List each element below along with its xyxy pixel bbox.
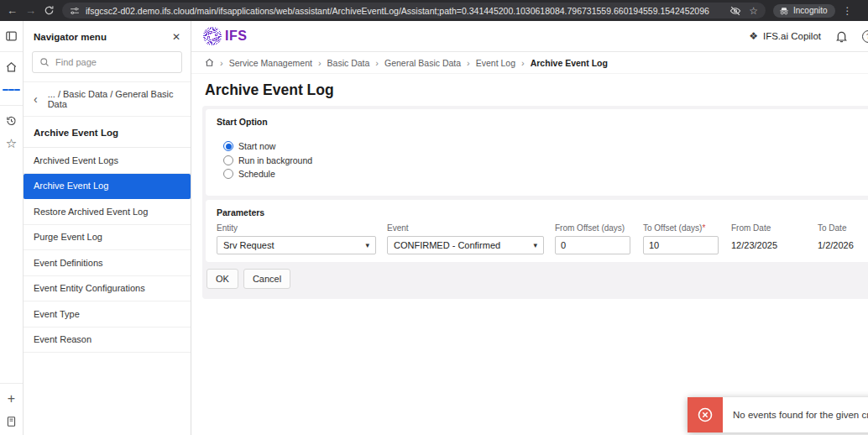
entity-label: Entity (217, 223, 376, 233)
breadcrumb-home-icon[interactable] (205, 58, 214, 67)
error-toast: No events found for the given criteria. … (688, 397, 868, 432)
breadcrumb-separator-icon: › (220, 58, 223, 68)
sidebar-item-label: Archive Event Log (34, 181, 108, 191)
home-icon[interactable] (3, 58, 21, 76)
copilot-button[interactable]: ❖ IFS.ai Copilot (749, 30, 821, 42)
breadcrumb-item[interactable]: Service Management (229, 58, 312, 68)
site-settings-icon[interactable] (70, 6, 80, 16)
chevron-left-icon: ‹ (34, 93, 38, 105)
breadcrumb-separator-icon: › (318, 58, 322, 68)
navigator-close-icon[interactable]: ✕ (172, 31, 180, 43)
entity-select[interactable]: Srv Request ▾ (217, 236, 376, 254)
incognito-icon (779, 6, 789, 16)
navigator-back-row[interactable]: ‹ ... / Basic Data / General Basic Data (24, 81, 191, 117)
rail-divider (0, 383, 23, 384)
from-offset-label: From Offset (days) (555, 223, 630, 233)
breadcrumb-item[interactable]: General Basic Data (384, 58, 461, 68)
chevron-down-icon: ▾ (533, 241, 537, 249)
radio-run-in-background[interactable]: Run in background (223, 155, 868, 165)
toast-accent (688, 397, 723, 432)
start-option-title: Start Option (206, 109, 868, 127)
notifications-bell-icon[interactable] (835, 30, 848, 43)
sidebar-item-label: Event Entity Configurations (34, 283, 145, 293)
copilot-label: IFS.ai Copilot (763, 31, 821, 41)
sidebar-item-archive-event-log[interactable]: Archive Event Log (24, 174, 191, 200)
from-date-label: From Date (731, 223, 812, 233)
sidebar-item-event-type[interactable]: Event Type (24, 301, 191, 328)
navigator-menu-icon[interactable] (3, 81, 21, 99)
url-bar[interactable]: ifsgcsc2-d02.demo.ifs.cloud/main/ifsappl… (62, 3, 766, 18)
rail-divider (0, 51, 23, 52)
breadcrumb-separator-icon: › (521, 58, 525, 68)
page-title: Archive Event Log (191, 74, 868, 106)
sidebar-item-archived-event-logs[interactable]: Archived Event Logs (24, 148, 191, 174)
browser-toolbar: ← → ifsgcsc2-d02.demo.ifs.cloud/main/ifs… (0, 0, 868, 21)
history-icon[interactable] (3, 112, 21, 130)
breadcrumb: › Service Management › Basic Data › Gene… (191, 52, 868, 74)
add-icon[interactable]: + (3, 390, 21, 408)
radio-schedule[interactable]: Schedule (223, 169, 868, 179)
breadcrumb-item[interactable]: Basic Data (327, 58, 370, 68)
browser-menu-icon[interactable]: ⋮ (843, 6, 853, 16)
ifs-logo[interactable]: IFS (203, 27, 247, 45)
breadcrumb-item[interactable]: Event Log (476, 58, 515, 68)
from-date-value: 12/23/2025 (731, 236, 812, 250)
assistant-content: Start Option Start now Run in background… (202, 106, 868, 299)
radio-start-now[interactable]: Start now (223, 141, 868, 151)
required-mark: * (702, 223, 705, 233)
to-offset-label: To Offset (days) (643, 223, 702, 233)
bookmark-star-icon[interactable]: ☆ (749, 6, 758, 16)
breadcrumb-separator-icon: › (467, 58, 470, 68)
incognito-label: Incognito (793, 6, 828, 15)
browser-back-icon[interactable]: ← (7, 5, 18, 16)
toggle-sidebar-icon[interactable] (3, 27, 21, 45)
sidebar-item-restore-archived-event-log[interactable]: Restore Archived Event Log (24, 199, 191, 225)
help-icon[interactable]: ? (862, 30, 868, 43)
browser-forward-icon[interactable]: → (25, 5, 36, 16)
parameters-section: Parameters Entity Srv Request ▾ Event CO… (206, 200, 868, 262)
radio-label: Run in background (238, 155, 312, 165)
sidebar-item-event-entity-configurations[interactable]: Event Entity Configurations (24, 276, 191, 302)
from-offset-input[interactable] (555, 236, 630, 254)
radio-icon (223, 169, 233, 179)
sidebar-item-label: Event Reason (34, 334, 92, 344)
event-value: CONFIRMED - Confirmed (394, 240, 500, 250)
cancel-button[interactable]: Cancel (243, 269, 290, 289)
error-circle-x-icon (697, 406, 714, 423)
to-offset-input[interactable] (643, 236, 719, 254)
event-label: Event (387, 223, 544, 233)
breadcrumb-current: Archive Event Log (531, 58, 608, 68)
sidebar-item-event-definitions[interactable]: Event Definitions (24, 250, 191, 276)
find-page-input[interactable] (55, 57, 175, 67)
event-select[interactable]: CONFIRMED - Confirmed ▾ (387, 236, 544, 254)
ifs-brand-text: IFS (225, 29, 247, 44)
favorites-star-icon[interactable]: ☆ (3, 134, 21, 153)
to-date-value: 1/2/2026 (818, 236, 868, 250)
find-page-search[interactable] (32, 51, 182, 73)
url-text[interactable]: ifsgcsc2-d02.demo.ifs.cloud/main/ifsappl… (86, 6, 724, 16)
radio-label: Schedule (238, 169, 275, 179)
sidebar-item-label: Event Definitions (34, 258, 103, 268)
password-hidden-icon[interactable] (729, 5, 741, 17)
documentation-icon[interactable] (3, 412, 21, 431)
sidebar-item-event-reason[interactable]: Event Reason (24, 328, 191, 354)
chevron-down-icon: ▾ (365, 241, 369, 249)
sidebar-item-purge-event-log[interactable]: Purge Event Log (24, 225, 191, 251)
main-area: IFS ❖ IFS.ai Copilot ? HR › Service Mana… (191, 21, 868, 435)
start-option-section: Start Option Start now Run in background… (206, 109, 868, 196)
rail-divider (0, 105, 23, 106)
navigator-panel: Navigator menu ✕ ‹ ... / Basic Data / Ge… (24, 21, 191, 435)
radio-icon (223, 155, 233, 165)
ifs-burst-icon (203, 27, 222, 45)
navigator-group-title: Archive Event Log (24, 117, 191, 148)
breadcrumb-separator-icon: › (375, 58, 379, 68)
ok-button[interactable]: OK (207, 269, 238, 289)
sidebar-item-label: Restore Archived Event Log (34, 207, 148, 217)
browser-refresh-icon[interactable] (44, 5, 55, 16)
radio-icon (223, 141, 233, 151)
app-header: IFS ❖ IFS.ai Copilot ? HR (191, 21, 868, 52)
navigator-title: Navigator menu (34, 32, 107, 42)
copilot-sparkle-icon: ❖ (749, 30, 758, 42)
sidebar-item-label: Event Type (34, 309, 80, 319)
radio-label: Start now (238, 141, 275, 151)
